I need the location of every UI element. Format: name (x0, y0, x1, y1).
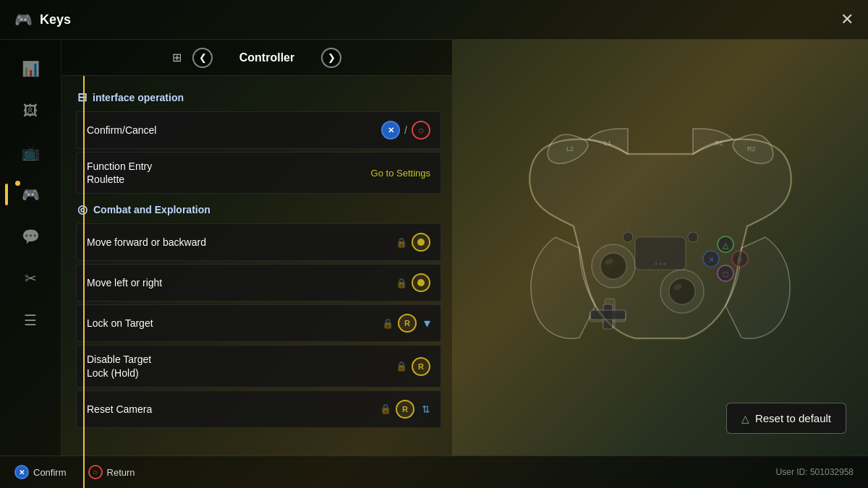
function-entry-row[interactable]: Function EntryRoulette Go to Settings (76, 152, 441, 194)
lock-icon-4: 🔒 (396, 361, 407, 372)
settings-list: ⊟ interface operation Confirm/Cancel ✕ /… (61, 76, 452, 455)
stick-inner-2 (417, 279, 425, 286)
interface-section-icon: ⊟ (77, 90, 87, 104)
controller-svg: △ ○ ✕ □ L1 (501, 125, 820, 371)
return-bottom-label: Return (107, 467, 135, 478)
return-bottom-button[interactable]: ○ Return (88, 465, 135, 479)
svg-text:△: △ (723, 241, 729, 249)
main-container: 🎮 Keys ✕ 📊 🖼 📺 🎮 💬 ✂ (0, 0, 868, 488)
nav-next-button[interactable]: ❯ (321, 48, 341, 68)
svg-point-4 (669, 278, 695, 304)
page-title: 🎮 Keys (14, 11, 71, 28)
sidebar: 📊 🖼 📺 🎮 💬 ✂ ☰ (0, 40, 61, 455)
disable-target-lock-row[interactable]: Disable TargetLock (Hold) 🔒 R (76, 345, 441, 387)
svg-point-19 (623, 232, 633, 242)
user-id: User ID: 501032958 (776, 467, 854, 477)
svg-point-21 (655, 262, 657, 265)
slash-divider: / (404, 124, 407, 136)
function-entry-value: Go to Settings (371, 168, 430, 179)
lock-target-controls: 🔒 R ▾ (382, 314, 430, 333)
reset-camera-label: Reset Camera (87, 403, 380, 416)
svg-point-22 (659, 262, 661, 265)
svg-text:L2: L2 (566, 145, 574, 153)
main-content: 📊 🖼 📺 🎮 💬 ✂ ☰ (0, 40, 868, 455)
circle-button-icon: ○ (412, 121, 430, 140)
nav-grid-icon: ⊞ (172, 51, 182, 64)
nav-label: Controller (224, 51, 310, 64)
reset-camera-row[interactable]: Reset Camera 🔒 R ⇅ (76, 390, 441, 428)
reset-to-default-label: Reset to default (755, 412, 831, 424)
svg-rect-9 (590, 310, 626, 320)
move-lr-controls: 🔒 (396, 273, 430, 292)
confirm-cancel-label: Confirm/Cancel (87, 124, 381, 137)
svg-text:✕: ✕ (707, 255, 714, 264)
left-stick-icon-1 (412, 233, 430, 252)
nav-prev-button[interactable]: ❮ (192, 48, 213, 68)
sidebar-item-gallery[interactable]: 🖼 (11, 93, 51, 129)
chat-icon: 💬 (22, 228, 40, 245)
lock-on-target-label: Lock on Target (87, 317, 382, 330)
double-chevron-icon: ⇅ (422, 403, 430, 415)
title-text: Keys (40, 12, 71, 27)
gamepad-icon: 🎮 (14, 11, 33, 28)
chevron-right-icon: ❯ (328, 52, 336, 63)
lock-icon-3: 🔒 (382, 318, 393, 329)
stick-inner-1 (417, 239, 425, 246)
reset-camera-controls: 🔒 R ⇅ (380, 400, 430, 419)
lock-on-target-row[interactable]: Lock on Target 🔒 R ▾ (76, 304, 441, 342)
bottom-bar: ✕ Confirm ○ Return User ID: 501032958 (0, 455, 868, 488)
controller-icon: 🎮 (22, 186, 40, 203)
monitor-icon: 📺 (22, 144, 40, 161)
svg-text:□: □ (723, 270, 728, 278)
chevron-down-icon-1: ▾ (424, 315, 430, 331)
right-panel: △ ○ ✕ □ L1 (452, 40, 868, 455)
top-bar: 🎮 Keys ✕ (0, 0, 868, 40)
combat-section-header: ◎ Combat and Exploration (76, 202, 441, 216)
circle-button-small: ○ (88, 465, 103, 479)
function-entry-label: Function EntryRoulette (87, 160, 367, 186)
confirm-bottom-button[interactable]: ✕ Confirm (14, 465, 67, 479)
svg-point-20 (688, 232, 698, 242)
disable-target-lock-label: Disable TargetLock (Hold) (87, 353, 396, 379)
sidebar-item-chat[interactable]: 💬 (11, 218, 51, 254)
lock-icon-2: 🔒 (396, 278, 407, 288)
nav-row: ⊞ ❮ Controller ❯ (61, 40, 452, 76)
confirm-bottom-label: Confirm (33, 467, 67, 478)
controller-visual: △ ○ ✕ □ L1 (487, 111, 834, 385)
x-button-small: ✕ (14, 465, 29, 479)
combat-section-icon: ◎ (77, 202, 88, 216)
triangle-icon: △ (741, 413, 749, 424)
interface-section-header: ⊟ interface operation (76, 90, 441, 104)
move-forward-backward-label: Move forward or backward (87, 236, 396, 249)
svg-point-23 (663, 262, 665, 265)
x-button-icon: ✕ (381, 121, 400, 140)
chevron-left-icon: ❮ (199, 52, 207, 63)
menu-icon: ☰ (24, 312, 37, 329)
sidebar-item-menu[interactable]: ☰ (11, 302, 51, 338)
move-left-right-row[interactable]: Move left or right 🔒 (76, 264, 441, 301)
sidebar-item-monitor[interactable]: 📺 (11, 134, 51, 171)
gallery-icon: 🖼 (23, 103, 38, 119)
right-stick-icon-1: R (398, 314, 417, 333)
sidebar-item-stats[interactable]: 📊 (11, 51, 51, 87)
tools-icon: ✂ (25, 270, 37, 287)
confirm-cancel-row[interactable]: Confirm/Cancel ✕ / ○ (76, 111, 441, 149)
sidebar-item-controller[interactable]: 🎮 (11, 176, 51, 213)
reset-to-default-button[interactable]: △ Reset to default (726, 403, 846, 434)
close-button[interactable]: ✕ (841, 10, 854, 29)
lock-icon-5: 🔒 (380, 403, 391, 414)
interface-section-label: interface operation (93, 92, 184, 103)
section-divider (83, 76, 85, 455)
move-fb-controls: 🔒 (396, 233, 430, 252)
move-forward-backward-row[interactable]: Move forward or backward 🔒 (76, 223, 441, 261)
right-stick-icon-2: R (412, 357, 430, 376)
confirm-cancel-controls: ✕ / ○ (381, 121, 430, 140)
combat-section-label: Combat and Exploration (93, 204, 210, 215)
active-dot (15, 181, 20, 186)
function-entry-controls: Go to Settings (367, 168, 430, 179)
move-left-right-label: Move left or right (87, 276, 396, 289)
right-stick-icon-3: R (396, 400, 414, 419)
svg-point-1 (600, 253, 626, 279)
sidebar-item-tools[interactable]: ✂ (11, 260, 51, 296)
center-panel: ⊞ ❮ Controller ❯ ⊟ interface operation (61, 40, 452, 455)
